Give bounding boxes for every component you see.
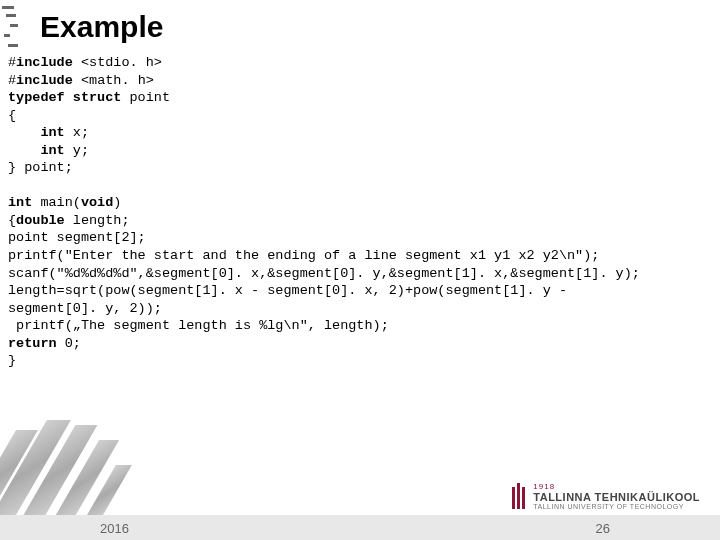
page-number: 26: [596, 521, 610, 536]
code-line: int x;: [8, 125, 89, 140]
code-line: } point;: [8, 160, 73, 175]
code-line: int main(void): [8, 195, 121, 210]
logo-name-secondary: TALLINN UNIVERSITY OF TECHNOLOGY: [533, 503, 700, 510]
university-logo: 1918 TALLINNA TEHNIKAÜLIKOOL TALLINN UNI…: [512, 482, 700, 510]
slide-title: Example: [40, 10, 163, 44]
code-line: printf("Enter the start and the ending o…: [8, 248, 599, 263]
code-line: return 0;: [8, 336, 81, 351]
corner-decoration-bottom-left: [0, 410, 130, 520]
logo-bars-icon: [512, 483, 525, 509]
code-line: #include <math. h>: [8, 73, 154, 88]
code-line: length=sqrt(pow(segment[1]. x - segment[…: [8, 283, 567, 298]
code-line: #include <stdio. h>: [8, 55, 162, 70]
code-line: }: [8, 353, 16, 368]
logo-name-primary: TALLINNA TEHNIKAÜLIKOOL: [533, 491, 700, 503]
code-line: point segment[2];: [8, 230, 146, 245]
code-line: int y;: [8, 143, 89, 158]
code-line: printf(„The segment length is %lg\n", le…: [8, 318, 389, 333]
code-line: {: [8, 108, 16, 123]
code-line: segment[0]. y, 2));: [8, 301, 162, 316]
logo-text: 1918 TALLINNA TEHNIKAÜLIKOOL TALLINN UNI…: [533, 482, 700, 510]
code-line: {double length;: [8, 213, 130, 228]
code-line: typedef struct point: [8, 90, 170, 105]
code-line: scanf("%d%d%d%d",&segment[0]. x,&segment…: [8, 266, 640, 281]
logo-founding-year: 1918: [533, 482, 700, 491]
corner-decoration-top-left: [0, 0, 30, 60]
code-block: #include <stdio. h> #include <math. h> t…: [8, 54, 712, 370]
slide-root: Example #include <stdio. h> #include <ma…: [0, 0, 720, 540]
footer-year: 2016: [100, 521, 129, 536]
